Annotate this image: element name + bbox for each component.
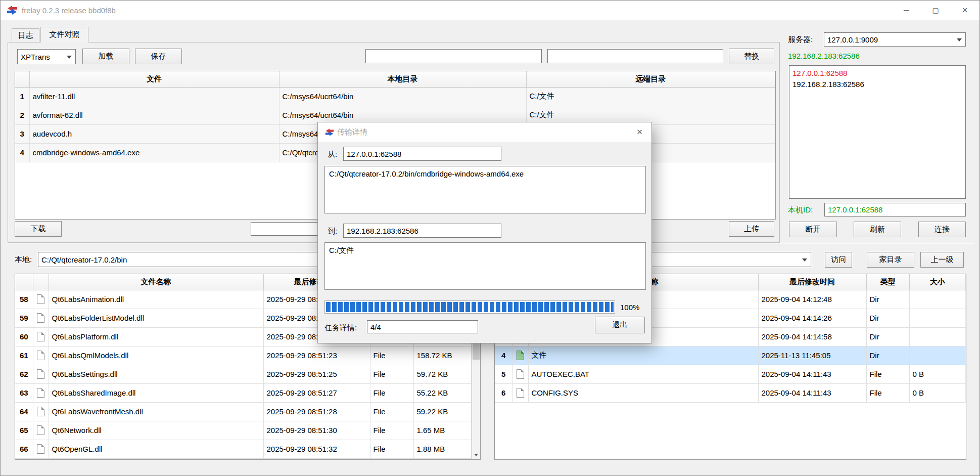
cell-file-name[interactable]: CONFIG.SYS	[528, 383, 758, 402]
tab-file-compare[interactable]: 文件对照	[40, 27, 88, 42]
cell-mtime[interactable]: 2025-09-29 08:51:30	[263, 421, 370, 440]
client-listbox[interactable]: 127.0.0.1:62588 192.168.2.183:62586	[789, 65, 966, 199]
cell-file-name[interactable]: Qt6LabsAnimation.dll	[49, 290, 263, 309]
home-dir-button[interactable]: 家目录	[867, 252, 914, 268]
server-combo[interactable]: 127.0.0.1:9009	[824, 32, 966, 47]
from-path-textarea[interactable]: C:/Qt/qtcreator-17.0.2/bin/cmdbridge-win…	[324, 166, 646, 213]
cell-file-name[interactable]: 文件	[528, 346, 758, 365]
disconnect-button[interactable]: 断开	[789, 222, 837, 237]
cell-type[interactable]: Dir	[866, 346, 909, 365]
file-row[interactable]: 62 Qt6LabsSettings.dll 2025-09-29 08:51:…	[15, 365, 472, 383]
tab-log[interactable]: 日志	[12, 28, 39, 42]
cell-file-name[interactable]: Qt6LabsSharedImage.dll	[49, 383, 263, 402]
cell-size[interactable]: 59.72 KB	[413, 365, 472, 383]
file-row[interactable]: 65 Qt6Network.dll 2025-09-29 08:51:30 Fi…	[15, 421, 472, 440]
to-address-input[interactable]	[343, 224, 501, 238]
header-type[interactable]: 类型	[866, 274, 909, 290]
exit-button[interactable]: 退出	[595, 317, 645, 333]
connect-button[interactable]: 连接	[918, 222, 966, 237]
cell-type[interactable]: File	[866, 365, 909, 383]
header-size[interactable]: 大小	[909, 274, 966, 290]
cell-mtime[interactable]: 2025-09-29 08:51:32	[263, 440, 370, 458]
cell-size[interactable]	[909, 290, 966, 309]
cell-file-name[interactable]: Qt6LabsSettings.dll	[49, 365, 263, 383]
visit-button[interactable]: 访问	[825, 252, 852, 268]
to-path-textarea[interactable]: C:/文件	[324, 242, 646, 290]
cell-size[interactable]: 1.65 MB	[413, 421, 472, 440]
file-row[interactable]: 63 Qt6LabsSharedImage.dll 2025-09-29 08:…	[15, 383, 472, 402]
file-row[interactable]: 61 Qt6LabsQmlModels.dll 2025-09-29 08:51…	[15, 346, 472, 365]
cell-size[interactable]: 0 B	[909, 365, 966, 383]
cell-type[interactable]: File	[370, 402, 413, 421]
cell-size[interactable]	[909, 327, 966, 346]
file-row[interactable]: 5 AUTOEXEC.BAT 2025-09-04 14:11:43 File …	[495, 365, 966, 383]
cell-size[interactable]: 158.72 KB	[413, 346, 472, 365]
cell-local-dir[interactable]: C:/msys64/ucrt64/bin	[279, 87, 526, 106]
cell-file-name[interactable]: Qt6OpenGL.dll	[49, 440, 263, 458]
cell-mtime[interactable]: 2025-09-04 14:12:48	[758, 290, 866, 309]
header-file-name[interactable]: 文件名称	[49, 274, 263, 290]
cell-file[interactable]: avfilter-11.dll	[29, 87, 279, 106]
cell-mtime[interactable]: 2025-09-29 08:51:27	[263, 383, 370, 402]
save-button[interactable]: 保存	[135, 49, 182, 64]
cell-type[interactable]: File	[866, 383, 909, 402]
cell-type[interactable]: File	[370, 383, 413, 402]
cell-file-name[interactable]: Qt6LabsPlatform.dll	[49, 327, 263, 346]
replace-input[interactable]	[547, 49, 723, 63]
mapping-row[interactable]: 1 avfilter-11.dll C:/msys64/ucrt64/bin C…	[15, 87, 775, 106]
preset-combo[interactable]: XPTrans	[17, 49, 76, 64]
cell-mtime[interactable]: 2025-09-04 14:14:26	[758, 309, 866, 327]
find-input[interactable]	[365, 49, 542, 63]
cell-file-name[interactable]: Qt6LabsWavefrontMesh.dll	[49, 402, 263, 421]
refresh-button[interactable]: 刷新	[854, 222, 901, 237]
cell-mtime[interactable]: 2025-09-04 14:14:58	[758, 327, 866, 346]
replace-button[interactable]: 替换	[729, 49, 774, 64]
cell-file-name[interactable]: Qt6Network.dll	[49, 421, 263, 440]
header-mtime[interactable]: 最后修改时间	[758, 274, 866, 290]
cell-remote-dir[interactable]: C:/文件	[526, 87, 775, 106]
cell-mtime[interactable]: 2025-09-04 14:11:43	[758, 365, 866, 383]
cell-file[interactable]: cmdbridge-windows-amd64.exe	[29, 143, 279, 162]
task-detail-input[interactable]	[367, 320, 478, 333]
cell-mtime[interactable]: 2025-09-29 08:51:23	[263, 346, 370, 365]
cell-file-name[interactable]: Qt6LabsQmlModels.dll	[49, 346, 263, 365]
file-row[interactable]: 64 Qt6LabsWavefrontMesh.dll 2025-09-29 0…	[15, 402, 472, 421]
cell-mtime[interactable]: 2025-11-13 11:45:05	[758, 346, 866, 365]
load-button[interactable]: 加载	[82, 49, 129, 64]
cell-mtime[interactable]: 2025-09-29 08:51:25	[263, 365, 370, 383]
cell-size[interactable]: 55.22 KB	[413, 383, 472, 402]
cell-type[interactable]: Dir	[866, 327, 909, 346]
close-button[interactable]: ✕	[950, 1, 979, 20]
cell-file[interactable]: avformat-62.dll	[29, 106, 279, 124]
header-remote-dir[interactable]: 远端目录	[526, 71, 775, 87]
cell-size[interactable]	[909, 346, 966, 365]
client-list-item[interactable]: 192.168.2.183:62586	[792, 79, 962, 90]
download-button[interactable]: 下载	[15, 221, 62, 237]
cell-size[interactable]: 59.22 KB	[413, 402, 472, 421]
from-address-input[interactable]	[343, 147, 501, 161]
cell-file-name[interactable]: AUTOEXEC.BAT	[528, 365, 758, 383]
cell-mtime[interactable]: 2025-09-04 14:11:43	[758, 383, 866, 402]
client-list-item[interactable]: 127.0.0.1:62588	[792, 68, 962, 79]
cell-type[interactable]: Dir	[866, 309, 909, 327]
cell-type[interactable]: File	[370, 346, 413, 365]
header-file[interactable]: 文件	[29, 71, 279, 87]
file-row-selected[interactable]: 4 文件 2025-11-13 11:45:05 Dir	[495, 346, 966, 365]
cell-type[interactable]: Dir	[866, 290, 909, 309]
header-local-dir[interactable]: 本地目录	[279, 71, 526, 87]
minimize-button[interactable]: ─	[892, 1, 921, 20]
file-row[interactable]: 66 Qt6OpenGL.dll 2025-09-29 08:51:32 Fil…	[15, 440, 472, 458]
cell-file[interactable]: audevcod.h	[29, 124, 279, 143]
cell-mtime[interactable]: 2025-09-29 08:51:28	[263, 402, 370, 421]
up-level-button[interactable]: 上一级	[920, 252, 964, 268]
file-row[interactable]: 6 CONFIG.SYS 2025-09-04 14:11:43 File 0 …	[495, 383, 966, 402]
cell-size[interactable]: 0 B	[909, 383, 966, 402]
cell-type[interactable]: File	[370, 440, 413, 458]
cell-size[interactable]: 1.88 MB	[413, 440, 472, 458]
maximize-button[interactable]: ▢	[921, 1, 950, 20]
upload-button[interactable]: 上传	[729, 221, 774, 237]
dialog-close-button[interactable]: ✕	[628, 122, 651, 142]
scroll-down-button[interactable]	[472, 451, 480, 459]
cell-file-name[interactable]: Qt6LabsFolderListModel.dll	[49, 309, 263, 327]
cell-type[interactable]: File	[370, 421, 413, 440]
